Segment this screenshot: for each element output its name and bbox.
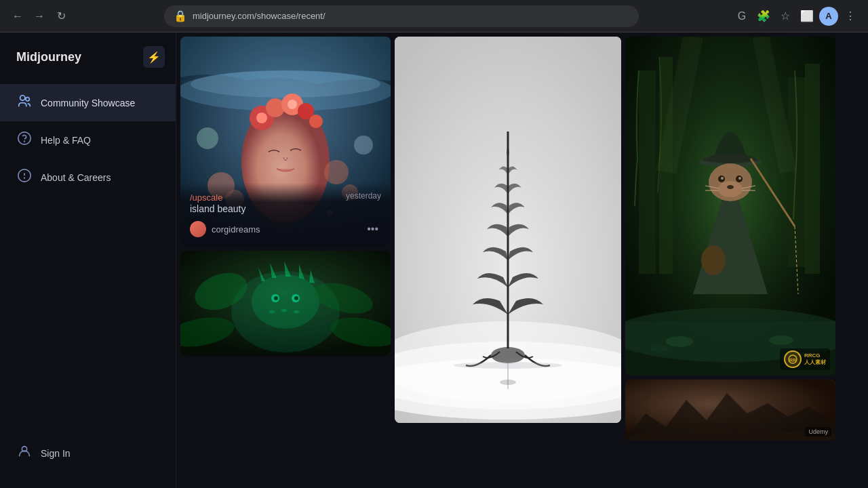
address-bar[interactable]: 🔒 midjourney.com/showcase/recent/ — [164, 5, 639, 27]
watermark-text: RRCG人人素材 — [804, 352, 826, 365]
masonry-col-1: /upscale yesterday island beauty corgidr… — [180, 37, 391, 356]
svg-point-45 — [454, 362, 562, 369]
back-button[interactable]: ← — [8, 7, 27, 26]
help-faq-icon — [16, 131, 33, 149]
card-overlay-underwater: /upscale yesterday island beauty corgidr… — [180, 183, 391, 247]
svg-point-62 — [721, 177, 724, 180]
sidebar-item-about-careers-label: About & Careers — [41, 172, 111, 183]
card-wizard-otter[interactable]: RR RRCG人人素材 — [625, 37, 835, 375]
card-user-info: corgidreams — [190, 221, 260, 237]
svg-point-3 — [24, 141, 25, 142]
app-layout: Midjourney ⚡ Community Showcase — [0, 33, 868, 488]
sidebar-item-sign-in-label: Sign In — [41, 448, 71, 459]
svg-point-23 — [197, 127, 218, 149]
masonry-col-2 — [395, 37, 621, 423]
svg-point-44 — [500, 380, 516, 385]
masonry-col-3: RR RRCG人人素材 — [625, 37, 835, 441]
sidebar-item-help-faq-label: Help & FAQ — [41, 135, 91, 146]
user-profile-button[interactable]: A — [819, 7, 838, 26]
browser-right-icons: G 🧩 ☆ ⬜ A ⋮ — [732, 7, 860, 26]
card-timestamp: yesterday — [346, 191, 381, 201]
extensions-button[interactable]: 🧩 — [754, 7, 773, 26]
watermark: RR RRCG人人素材 — [780, 348, 830, 370]
sidebar-item-help-faq[interactable]: Help & FAQ — [0, 121, 176, 159]
svg-rect-50 — [788, 77, 807, 267]
sidebar: Midjourney ⚡ Community Showcase — [0, 33, 176, 488]
profile-menu-button[interactable]: ⬜ — [797, 7, 816, 26]
svg-point-71 — [701, 245, 726, 275]
udemy-badge: Udemy — [805, 424, 831, 436]
svg-point-21 — [324, 160, 349, 184]
about-careers-icon — [16, 168, 33, 186]
card-command: /upscale — [190, 192, 222, 203]
svg-point-64 — [727, 185, 734, 189]
logo-icon-button[interactable]: ⚡ — [143, 46, 165, 68]
svg-point-24 — [354, 136, 373, 155]
udemy-text: Udemy — [805, 427, 831, 436]
sidebar-item-community-showcase-label: Community Showcase — [41, 98, 135, 108]
browser-chrome: ← → ↻ 🔒 midjourney.com/showcase/recent/ … — [0, 0, 868, 33]
sidebar-nav: Community Showcase Help & FAQ — [0, 79, 176, 429]
sidebar-bottom: Sign In — [0, 429, 176, 477]
masonry-grid: /upscale yesterday island beauty corgidr… — [176, 33, 868, 445]
card-dragon[interactable] — [180, 251, 391, 356]
watermark-circle: RR — [784, 350, 802, 368]
svg-rect-48 — [639, 70, 656, 274]
card-underwater-woman[interactable]: /upscale yesterday island beauty corgidr… — [180, 37, 391, 247]
svg-point-17 — [256, 113, 267, 123]
watermark-icon: RR — [788, 354, 797, 364]
svg-point-1 — [26, 98, 30, 102]
sign-in-icon — [16, 444, 33, 462]
sidebar-item-sign-in[interactable]: Sign In — [0, 434, 176, 472]
browser-nav-buttons: ← → ↻ — [8, 7, 71, 26]
main-content: /upscale yesterday island beauty corgidr… — [176, 33, 868, 488]
svg-point-0 — [20, 96, 25, 100]
card-title: island beauty — [190, 203, 381, 214]
logo-text: Midjourney — [16, 50, 81, 64]
svg-point-34 — [294, 296, 298, 300]
card-user-row: corgidreams ••• — [190, 221, 381, 237]
user-avatar — [190, 221, 206, 237]
forward-button[interactable]: → — [30, 7, 49, 26]
card-more-button[interactable]: ••• — [364, 222, 381, 237]
card-header-row: /upscale yesterday — [190, 191, 381, 203]
bookmark-button[interactable]: ☆ — [776, 7, 795, 26]
sidebar-item-about-careers[interactable]: About & Careers — [0, 159, 176, 196]
svg-text:RR: RR — [789, 358, 796, 363]
lock-icon: 🔒 — [174, 9, 187, 22]
dragon-image — [180, 251, 391, 356]
svg-rect-51 — [805, 64, 820, 274]
google-account-button[interactable]: G — [732, 7, 751, 26]
svg-point-33 — [274, 296, 278, 300]
svg-point-18 — [288, 100, 297, 109]
sidebar-item-community-showcase[interactable]: Community Showcase — [0, 84, 176, 121]
community-showcase-icon — [16, 94, 33, 112]
url-text: midjourney.com/showcase/recent/ — [193, 11, 629, 21]
card-bottom-right[interactable]: Udemy — [625, 380, 835, 441]
sidebar-logo-area: Midjourney ⚡ — [0, 33, 176, 79]
card-fern[interactable] — [395, 37, 621, 423]
svg-point-2 — [18, 132, 31, 144]
more-options-button[interactable]: ⋮ — [841, 7, 860, 26]
fern-image — [395, 37, 621, 423]
user-name: corgidreams — [212, 224, 260, 235]
reload-button[interactable]: ↻ — [52, 7, 71, 26]
svg-point-16 — [309, 115, 323, 128]
bottom-card-image — [625, 380, 835, 441]
svg-point-63 — [738, 177, 741, 180]
wizard-image — [625, 37, 835, 375]
